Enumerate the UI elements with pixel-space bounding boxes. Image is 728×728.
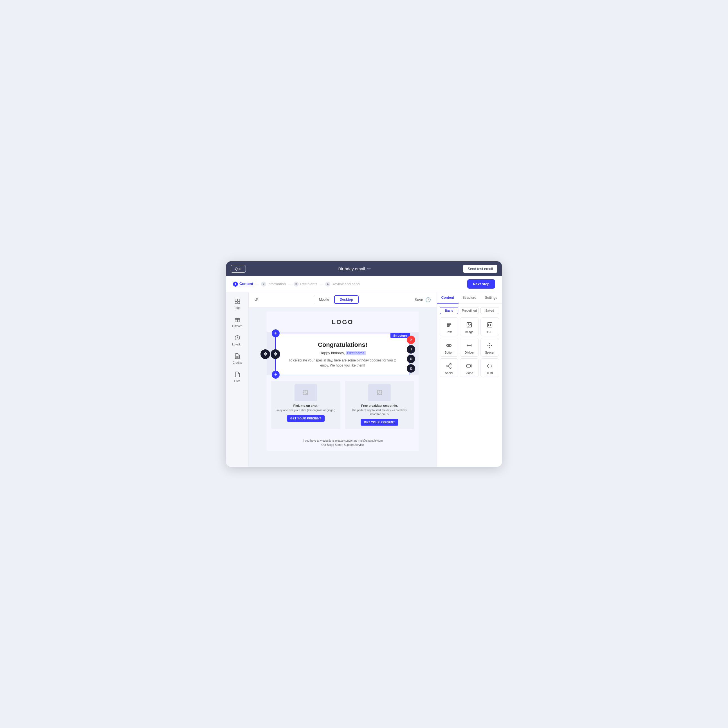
move-handle-inner[interactable]: ✥ <box>271 349 280 359</box>
step-review[interactable]: 4 Review and send <box>325 281 360 287</box>
product-card-1: 🖼 Pick-me-up shot. Enjoy one free juice … <box>271 381 340 429</box>
gif-icon <box>486 321 494 329</box>
happy-birthday-line: Happy birthday, First name <box>284 351 401 355</box>
tab-structure[interactable]: Structure <box>459 292 480 303</box>
sidebar-item-loyalty[interactable]: Loyalt... <box>227 331 248 349</box>
giftcard-icon <box>234 316 242 324</box>
svg-rect-31 <box>466 364 471 367</box>
edit-icon[interactable]: ✏ <box>367 266 371 271</box>
delete-block-button[interactable]: ✕ <box>407 336 415 344</box>
first-name-badge: First name <box>346 351 366 355</box>
left-sidebar: Tags Giftcard Loyalt... <box>226 292 249 466</box>
comp-html[interactable]: HTML <box>480 358 499 377</box>
product-title-2: Free breakfast smoothie. <box>348 404 411 407</box>
get-present-btn-2[interactable]: GET YOUR PRESENT <box>361 419 398 425</box>
svg-point-13 <box>468 324 469 324</box>
top-bar: Quit Birthday email ✏ Send test email <box>226 262 502 276</box>
sidebar-item-credits[interactable]: Credits <box>227 349 248 367</box>
comp-image[interactable]: Image <box>460 317 479 336</box>
email-canvas: LOGO Structure + ✥ ✥ Congratulations! <box>249 307 437 456</box>
move-handle-outer[interactable]: ✥ <box>260 349 270 359</box>
svg-point-26 <box>450 364 451 365</box>
top-bar-title: Birthday email ✏ <box>338 266 371 271</box>
get-present-btn-1[interactable]: GET YOUR PRESENT <box>287 415 324 422</box>
comp-tab-basis[interactable]: Basis <box>440 307 458 314</box>
comp-social[interactable]: Social <box>440 358 458 377</box>
view-toggle: Mobile Desktop <box>314 295 359 304</box>
history-button[interactable]: 🕐 <box>425 297 431 303</box>
comp-button[interactable]: Button <box>440 338 458 357</box>
right-panel: Content Structure Settings Basis Predefi… <box>437 292 502 466</box>
svg-point-21 <box>488 345 488 346</box>
step-sep-2: — <box>288 282 291 286</box>
comp-divider[interactable]: Divider <box>460 338 479 357</box>
svg-rect-2 <box>235 301 237 303</box>
comp-tab-predefined[interactable]: Predefined <box>460 307 479 314</box>
comp-video[interactable]: Video <box>460 358 479 377</box>
product-card-2: 🖼 Free breakfast smoothie. The perfect w… <box>345 381 414 429</box>
tab-content[interactable]: Content <box>437 292 459 303</box>
save-button[interactable]: Save <box>414 298 423 302</box>
block-actions: ✕ ⬇ ⧉ ⧉ <box>407 336 415 373</box>
files-icon <box>234 370 242 378</box>
panel-tabs: Content Structure Settings <box>437 292 502 304</box>
tags-icon <box>234 297 242 305</box>
giftcard-label: Giftcard <box>232 324 243 328</box>
step-1-label: Content <box>239 281 253 286</box>
sidebar-item-files[interactable]: Files <box>227 368 248 385</box>
tab-settings[interactable]: Settings <box>480 292 502 303</box>
undo-button[interactable]: ↺ <box>254 297 258 303</box>
credits-label: Credits <box>232 361 242 364</box>
canvas-toolbar: ↺ Mobile Desktop Save 🕐 <box>249 292 437 307</box>
html-icon <box>486 362 494 370</box>
comp-tab-saved[interactable]: Saved <box>480 307 499 314</box>
comp-image-label: Image <box>465 330 473 333</box>
sidebar-item-tags[interactable]: Tags <box>227 295 248 312</box>
step-sep-3: — <box>320 282 323 286</box>
tags-label: Tags <box>234 306 240 309</box>
logo-row: LOGO <box>267 312 419 333</box>
step-3-num: 3 <box>294 281 299 287</box>
comp-spacer-label: Spacer <box>485 351 494 354</box>
step-information[interactable]: 2 Information <box>261 281 286 287</box>
comp-gif-label: GIF <box>487 330 492 333</box>
step-2-label: Information <box>268 282 286 286</box>
quit-button[interactable]: Quit <box>231 265 246 272</box>
add-row-bottom-button[interactable]: + <box>272 371 280 379</box>
celebrate-text: To celebrate your special day, here are … <box>284 358 401 368</box>
step-sep-1: — <box>255 282 259 286</box>
svg-point-28 <box>450 367 451 369</box>
email-title: Birthday email <box>338 266 365 271</box>
selected-block-content: Congratulations! Happy birthday, First n… <box>276 333 410 375</box>
step-recipients[interactable]: 3 Recipients <box>294 281 317 287</box>
step-bar: 1 Content — 2 Information — 3 Recipients… <box>226 276 502 292</box>
comp-spacer[interactable]: Spacer <box>480 338 499 357</box>
comp-text[interactable]: Text <box>440 317 458 336</box>
svg-point-27 <box>447 365 448 367</box>
comp-gif[interactable]: GIF <box>480 317 499 336</box>
svg-rect-14 <box>488 323 492 327</box>
next-step-button[interactable]: Next step <box>467 279 495 289</box>
move-block-button[interactable]: ⧉ <box>407 364 415 373</box>
comp-divider-label: Divider <box>465 351 474 354</box>
loyalty-label: Loyalt... <box>232 343 243 346</box>
download-block-button[interactable]: ⬇ <box>407 345 415 353</box>
product-image-2: 🖼 <box>368 384 391 401</box>
selected-block[interactable]: Structure + ✥ ✥ Congratulations! Happy b… <box>275 333 410 375</box>
svg-rect-3 <box>237 301 239 303</box>
email-footer: If you have any questions please contact… <box>267 434 419 451</box>
text-icon <box>445 321 453 329</box>
product-desc-1: Enjoy one free juice shot (lemongrass or… <box>275 408 337 412</box>
step-content[interactable]: 1 Content <box>233 281 253 287</box>
mobile-view-button[interactable]: Mobile <box>314 295 334 304</box>
duplicate-block-button[interactable]: ⧉ <box>407 355 415 363</box>
sidebar-item-giftcard[interactable]: Giftcard <box>227 313 248 330</box>
logo: LOGO <box>274 318 412 326</box>
social-icon <box>445 362 453 370</box>
svg-rect-1 <box>237 299 239 301</box>
main-content: Tags Giftcard Loyalt... <box>226 292 502 466</box>
footer-text: If you have any questions please contact… <box>271 439 414 442</box>
send-test-button[interactable]: Send test email <box>463 265 497 273</box>
desktop-view-button[interactable]: Desktop <box>334 295 359 304</box>
add-row-top-button[interactable]: + <box>272 329 280 337</box>
